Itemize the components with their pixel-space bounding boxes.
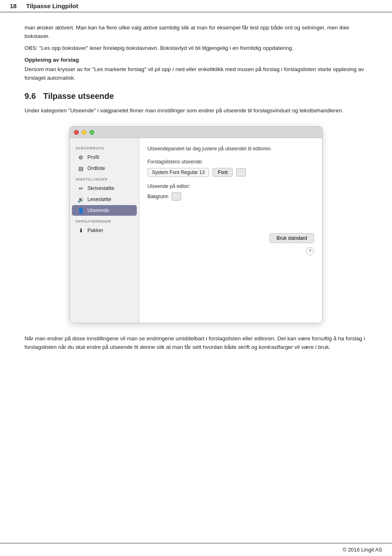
sidebar-item-label-utseende: Utseende: [87, 208, 109, 213]
bakgrunn-row: Bakgrunn: [147, 192, 314, 201]
paragraph-2: OBS: "Les opp bokstaver" leser foreløpig…: [24, 44, 368, 53]
lesestotte-icon: 🔊: [78, 196, 84, 203]
sidebar-item-label-ordliste: Ordliste: [87, 165, 105, 171]
forslagslist-label: Forslagslistens utseende:: [147, 159, 314, 165]
skrivestotte-icon: ✏: [78, 185, 84, 192]
mac-fullscreen-button[interactable]: [89, 130, 94, 135]
mac-body: SPRÅKPROFIL ⚙ Profil ▤ Ordliste INNSTILL…: [70, 138, 322, 323]
sidebar-section-label-3: OPPDATERINGER: [70, 216, 139, 225]
sidebar-item-pakker[interactable]: ⬇ Pakker: [72, 225, 137, 236]
page-header-title: Tilpasse Lingpilot: [26, 2, 78, 9]
editor-label: Utseende på editor:: [147, 183, 314, 189]
profil-icon: ⚙: [78, 154, 84, 161]
paragraph-3: Dersom man krysser av for "Les markerte …: [24, 65, 368, 83]
section-heading-96: 9.6 Tilpasse utseende: [24, 92, 368, 101]
font-display: System Font Regular 13: [147, 168, 209, 177]
mac-close-button[interactable]: [74, 130, 79, 135]
section-title: Tilpasse utseende: [43, 92, 114, 101]
sidebar-item-label-profil: Profil: [87, 154, 99, 160]
sidebar-section-label-2: INNSTILLINGER: [70, 174, 139, 183]
font-color-swatch[interactable]: [236, 168, 246, 176]
opplesing-heading: Opplesing av forslag: [24, 56, 368, 65]
paragraph-5: Når man endrer på disse innstillingene v…: [24, 335, 368, 352]
sidebar-item-label-pakker: Pakker: [87, 228, 103, 233]
section-number: 9.6: [24, 92, 36, 101]
main-content: man ønsker aktivert. Man kan ha flere ul…: [0, 12, 392, 371]
sidebar-item-lesestotte[interactable]: 🔊 Lesestøtte: [72, 194, 137, 205]
font-row: System Font Regular 13 Font: [147, 168, 314, 177]
sidebar-item-ordliste[interactable]: ▤ Ordliste: [72, 163, 137, 174]
page-number: 18: [10, 2, 26, 9]
paragraph-4: Under kategorien "Utseende" i valgpanele…: [24, 107, 368, 115]
screenshot-wrapper: SPRÅKPROFIL ⚙ Profil ▤ Ordliste INNSTILL…: [24, 126, 368, 323]
sidebar-item-profil[interactable]: ⚙ Profil: [72, 152, 137, 163]
sidebar-item-utseende[interactable]: 👤 Utseende: [72, 205, 137, 216]
utseende-icon: 👤: [78, 207, 84, 214]
sidebar-item-label-lesestotte: Lesestøtte: [87, 196, 111, 202]
paragraph-1: man ønsker aktivert. Man kan ha flere ul…: [24, 24, 368, 41]
page-footer: © 2016 Lingit AS: [0, 543, 392, 556]
pakker-icon: ⬇: [78, 227, 84, 234]
mac-titlebar: [70, 127, 322, 138]
sidebar-item-label-skrivestotte: Skrivestøtte: [87, 185, 114, 191]
page-header: 18 Tilpasse Lingpilot: [0, 0, 392, 12]
copyright-text: © 2016 Lingit AS: [343, 547, 382, 553]
mac-sidebar: SPRÅKPROFIL ⚙ Profil ▤ Ordliste INNSTILL…: [70, 138, 139, 323]
font-button[interactable]: Font: [212, 168, 233, 177]
mac-window: SPRÅKPROFIL ⚙ Profil ▤ Ordliste INNSTILL…: [69, 126, 323, 323]
bakgrunn-label: Bakgrunn: [147, 194, 168, 199]
sidebar-item-skrivestotte[interactable]: ✏ Skrivestøtte: [72, 183, 137, 194]
mac-minimize-button[interactable]: [82, 130, 87, 135]
panel-description: Utseendepanelet lar deg justere på utsee…: [147, 145, 314, 152]
bruk-standard-button[interactable]: Bruk standard: [270, 233, 314, 243]
sidebar-section-label-1: SPRÅKPROFIL: [70, 143, 139, 152]
ordliste-icon: ▤: [78, 165, 84, 172]
help-button[interactable]: ?: [306, 247, 314, 255]
bakgrunn-color-swatch[interactable]: [172, 192, 181, 201]
mac-panel: Utseendepanelet lar deg justere på utsee…: [139, 138, 322, 323]
